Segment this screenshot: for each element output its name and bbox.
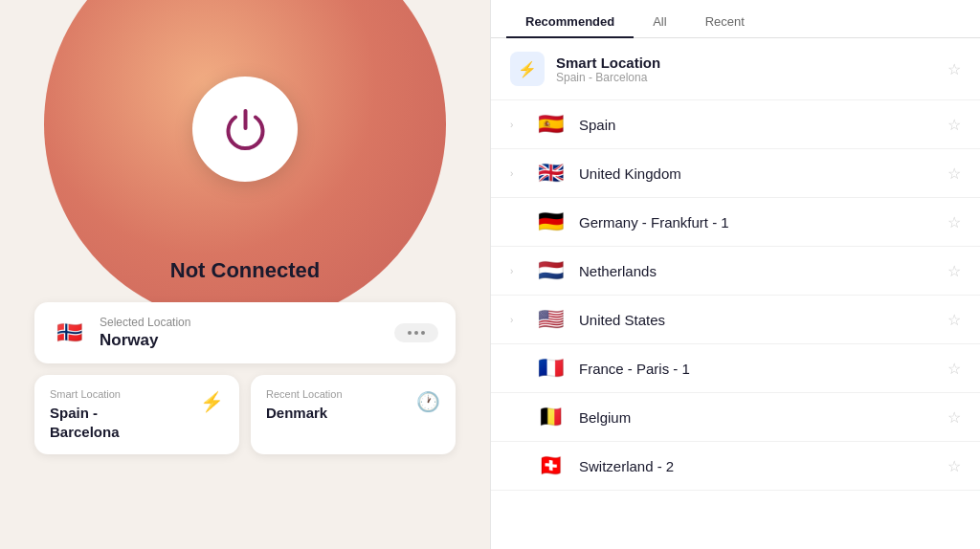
recent-location-header: Recent Location Denmark 🕐 <box>266 388 440 423</box>
recent-location-label: Recent Location <box>266 388 416 400</box>
favorite-star[interactable]: ☆ <box>947 262 961 280</box>
tab-all[interactable]: All <box>634 7 685 38</box>
smart-location-name: Spain - Barcelona <box>50 404 200 441</box>
chevron-icon: › <box>510 168 522 179</box>
switzerland-flag: 🇨🇭 <box>533 453 568 478</box>
selected-flag: 🇳🇴 <box>52 320 86 345</box>
dot <box>421 331 425 335</box>
favorite-star[interactable]: ☆ <box>947 311 961 329</box>
recent-location-card[interactable]: Recent Location Denmark 🕐 <box>251 375 456 454</box>
smart-location-right-info: Smart Location Spain - Barcelona <box>556 55 936 84</box>
power-button[interactable] <box>192 77 298 182</box>
more-options-button[interactable] <box>394 323 438 342</box>
smart-location-info: Smart Location Spain - Barcelona <box>50 388 200 441</box>
smart-badge: ⚡ <box>510 52 545 86</box>
location-name: Spain <box>579 117 936 133</box>
location-name: United States <box>579 312 936 328</box>
smart-location-item[interactable]: ⚡ Smart Location Spain - Barcelona ☆ <box>491 38 980 100</box>
selected-location-name: Norway <box>100 331 381 350</box>
favorite-star[interactable]: ☆ <box>947 165 961 183</box>
list-item[interactable]: › 🇳🇱 Netherlands ☆ <box>491 247 980 296</box>
left-panel: Not Connected 🇳🇴 Selected Location Norwa… <box>0 0 490 549</box>
chevron-icon: › <box>510 120 522 130</box>
location-name: Switzerland - 2 <box>579 458 936 474</box>
smart-location-card[interactable]: Smart Location Spain - Barcelona ⚡ <box>34 375 239 454</box>
favorite-star-smart[interactable]: ☆ <box>947 60 961 78</box>
chevron-icon: › <box>510 266 522 276</box>
us-flag: 🇺🇸 <box>533 307 568 332</box>
list-item[interactable]: › 🇧🇪 Belgium ☆ <box>491 393 980 442</box>
bottom-cards: Smart Location Spain - Barcelona ⚡ Recen… <box>34 375 456 454</box>
list-item[interactable]: › 🇪🇸 Spain ☆ <box>491 100 980 149</box>
list-item[interactable]: › 🇫🇷 France - Paris - 1 ☆ <box>491 344 980 393</box>
location-name: Netherlands <box>579 263 936 279</box>
clock-icon: 🕐 <box>416 390 440 413</box>
recent-location-info: Recent Location Denmark <box>266 388 416 423</box>
lightning-icon: ⚡ <box>200 390 224 413</box>
uk-flag: 🇬🇧 <box>533 161 568 186</box>
smart-location-subtitle: Spain - Barcelona <box>556 71 936 84</box>
power-icon <box>219 103 272 156</box>
germany-flag: 🇩🇪 <box>533 209 568 234</box>
lightning-icon: ⚡ <box>518 60 537 78</box>
right-panel: Recommended All Recent ⚡ Smart Location … <box>490 0 980 549</box>
favorite-star[interactable]: ☆ <box>947 408 961 427</box>
france-flag: 🇫🇷 <box>533 356 568 381</box>
list-item[interactable]: › 🇨🇭 Switzerland - 2 ☆ <box>491 442 980 491</box>
favorite-star[interactable]: ☆ <box>947 457 961 475</box>
dot <box>408 331 412 335</box>
smart-location-title: Smart Location <box>556 55 936 71</box>
recent-location-name: Denmark <box>266 404 416 423</box>
selected-location-card[interactable]: 🇳🇴 Selected Location Norway <box>34 302 456 363</box>
list-item[interactable]: › 🇩🇪 Germany - Frankfurt - 1 ☆ <box>491 198 980 247</box>
list-item[interactable]: › 🇺🇸 United States ☆ <box>491 296 980 344</box>
location-list: ⚡ Smart Location Spain - Barcelona ☆ › 🇪… <box>491 38 980 549</box>
location-name: Germany - Frankfurt - 1 <box>579 214 936 231</box>
location-name: France - Paris - 1 <box>579 361 936 377</box>
belgium-flag: 🇧🇪 <box>533 405 568 429</box>
tabs-bar: Recommended All Recent <box>491 0 980 38</box>
chevron-icon: › <box>510 315 522 325</box>
favorite-star[interactable]: ☆ <box>947 116 961 134</box>
list-item[interactable]: › 🇬🇧 United Kingdom ☆ <box>491 149 980 198</box>
selected-location-info: Selected Location Norway <box>100 316 381 350</box>
netherlands-flag: 🇳🇱 <box>533 258 568 283</box>
dot <box>414 331 418 335</box>
tab-recommended[interactable]: Recommended <box>506 7 634 38</box>
favorite-star[interactable]: ☆ <box>947 213 961 231</box>
spain-flag: 🇪🇸 <box>533 112 568 137</box>
tab-recent[interactable]: Recent <box>686 7 764 38</box>
smart-location-header: Smart Location Spain - Barcelona ⚡ <box>50 388 224 441</box>
location-name: Belgium <box>579 409 936 426</box>
selected-location-label: Selected Location <box>100 316 381 329</box>
smart-location-label: Smart Location <box>50 388 200 400</box>
connection-status: Not Connected <box>170 258 320 283</box>
favorite-star[interactable]: ☆ <box>947 360 961 378</box>
location-name: United Kingdom <box>579 165 936 182</box>
